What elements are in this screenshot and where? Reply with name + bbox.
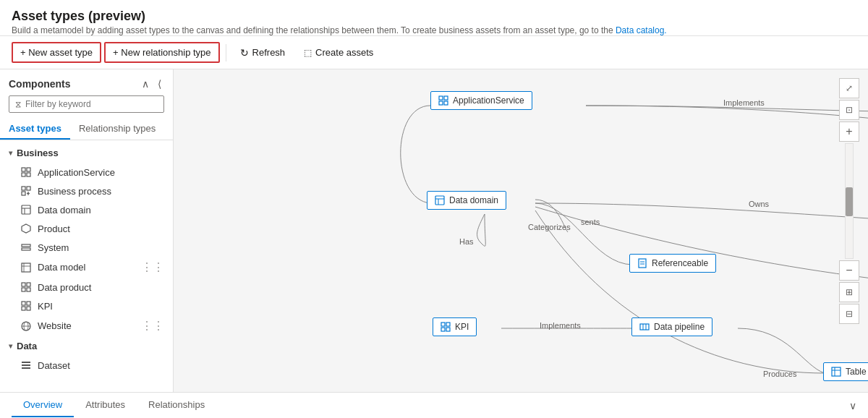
sidebar-item-applicationservice[interactable]: ApplicationService <box>0 163 173 182</box>
node-referenceable[interactable]: Referenceable <box>629 254 716 273</box>
page: Asset types (preview) Build a metamodel … <box>0 0 868 418</box>
svg-rect-3 <box>27 173 30 176</box>
svg-rect-38 <box>435 196 444 205</box>
svg-rect-20 <box>22 288 25 291</box>
canvas-svg <box>174 69 868 392</box>
svg-marker-12 <box>22 224 30 233</box>
dataset-icon <box>20 359 32 371</box>
sidebar: Components ∧ ⟨ ⧖ Asset types Relationshi… <box>0 69 174 392</box>
data-domain-icon <box>20 204 32 216</box>
svg-rect-2 <box>22 173 25 176</box>
bottom-tab-relationships[interactable]: Relationships <box>137 393 216 417</box>
new-asset-type-button[interactable]: + New asset type <box>12 42 101 63</box>
description-text: Build a metamodel by adding asset types … <box>12 25 613 35</box>
svg-rect-5 <box>27 187 30 190</box>
bottom-tab-attributes[interactable]: Attributes <box>74 393 137 417</box>
svg-rect-48 <box>640 324 649 330</box>
refresh-button[interactable]: ↻ Refresh <box>232 43 294 63</box>
main-area: Components ∧ ⟨ ⧖ Asset types Relationshi… <box>0 69 868 392</box>
svg-rect-45 <box>446 323 450 326</box>
section-business-label: Business <box>17 148 59 158</box>
canvas-zoom-in-button[interactable]: + <box>839 121 859 142</box>
product-icon <box>20 223 32 234</box>
node-applicationservice[interactable]: ApplicationService <box>430 91 532 110</box>
dataset-label: Dataset <box>38 360 70 371</box>
toolbar-separator <box>226 44 226 61</box>
section-data-label: Data <box>17 341 37 351</box>
canvas-zoom-out-button[interactable]: − <box>839 260 859 281</box>
svg-rect-44 <box>441 323 445 326</box>
sidebar-collapse-up-button[interactable]: ∧ <box>139 77 152 91</box>
sidebar-item-dataset[interactable]: Dataset <box>0 356 173 375</box>
svg-rect-9 <box>22 205 30 214</box>
svg-rect-47 <box>446 328 450 331</box>
sidebar-item-website[interactable]: Website ⋮⋮ <box>0 315 173 336</box>
canvas-layout-button[interactable]: ⊟ <box>839 304 859 324</box>
canvas-controls: ⤢ ⊡ + − ⊞ ⊟ <box>839 78 859 324</box>
sidebar-item-business-process[interactable]: Business process <box>0 182 173 200</box>
svg-rect-14 <box>22 248 30 250</box>
node-datadomain[interactable]: Data domain <box>427 191 506 210</box>
tab-asset-types[interactable]: Asset types <box>0 119 70 140</box>
data-model-icon <box>20 262 32 273</box>
node-applicationservice-icon <box>438 95 448 106</box>
rel-label-implements: Implements <box>723 98 765 107</box>
svg-rect-34 <box>439 96 443 100</box>
create-assets-button[interactable]: ⬚ Create assets <box>296 43 381 62</box>
section-header-business[interactable]: ▾ Business <box>0 143 173 163</box>
sidebar-item-product[interactable]: Product <box>0 219 173 238</box>
sidebar-item-data-product[interactable]: Data product <box>0 278 173 297</box>
sidebar-scroll: ▾ Business ApplicationService Business p… <box>0 143 173 392</box>
rel-label-produces: Produces <box>763 370 796 378</box>
node-datapipeline[interactable]: Data pipeline <box>631 317 712 336</box>
svg-rect-15 <box>22 263 30 272</box>
sidebar-item-kpi[interactable]: KPI <box>0 297 173 315</box>
svg-rect-23 <box>27 302 30 305</box>
node-kpi[interactable]: KPI <box>433 317 477 336</box>
svg-rect-22 <box>22 302 25 305</box>
svg-rect-37 <box>444 101 448 105</box>
section-header-data[interactable]: ▾ Data <box>0 336 173 356</box>
svg-rect-13 <box>22 244 30 247</box>
sidebar-collapse-left-button[interactable]: ⟨ <box>155 77 164 91</box>
canvas-grid-button[interactable]: ⊞ <box>839 282 859 302</box>
website-badge-icon: ⋮⋮ <box>141 319 164 333</box>
data-catalog-link[interactable]: Data catalog. <box>616 25 667 35</box>
canvas-area[interactable]: ApplicationService Data domain Reference… <box>174 69 868 392</box>
data-chevron-icon: ▾ <box>9 342 12 350</box>
sidebar-item-system[interactable]: System <box>0 238 173 257</box>
search-input[interactable] <box>25 99 158 109</box>
create-assets-label: Create assets <box>315 47 373 58</box>
scrollbar-thumb <box>846 187 853 216</box>
data-product-icon <box>20 281 32 293</box>
node-datapipeline-label: Data pipeline <box>654 322 705 332</box>
sidebar-title: Components <box>9 78 71 90</box>
canvas-fit-button[interactable]: ⊡ <box>839 100 859 120</box>
toolbar: + New asset type + New relationship type… <box>0 36 868 69</box>
svg-rect-35 <box>444 96 448 100</box>
sidebar-controls: ∧ ⟨ <box>139 77 164 91</box>
tab-relationship-types[interactable]: Relationship types <box>70 119 164 140</box>
rel-label-sents: sents <box>581 218 600 226</box>
rel-label-has: Has <box>459 237 474 246</box>
bottom-expand-button[interactable]: ∨ <box>849 400 856 411</box>
sidebar-item-data-model[interactable]: Data model ⋮⋮ <box>0 257 173 278</box>
page-title: Asset types (preview) <box>12 9 856 24</box>
svg-rect-4 <box>22 187 25 190</box>
node-datadomain-label: Data domain <box>449 195 498 205</box>
new-relationship-type-button[interactable]: + New relationship type <box>104 42 220 63</box>
sidebar-item-data-domain[interactable]: Data domain <box>0 200 173 219</box>
page-description: Build a metamodel by adding asset types … <box>12 25 856 35</box>
bottom-tab-overview[interactable]: Overview <box>12 393 74 417</box>
svg-rect-51 <box>832 367 841 376</box>
node-table[interactable]: Table <box>823 362 868 381</box>
data-model-badge-icon: ⋮⋮ <box>141 260 164 274</box>
kpi-icon <box>20 300 32 312</box>
node-datapipeline-icon <box>639 322 650 332</box>
svg-rect-36 <box>439 101 443 105</box>
node-referenceable-icon <box>637 258 647 268</box>
node-kpi-label: KPI <box>455 322 469 332</box>
canvas-expand-button[interactable]: ⤢ <box>839 78 859 98</box>
svg-rect-0 <box>22 168 25 171</box>
kpi-label: KPI <box>38 301 53 312</box>
